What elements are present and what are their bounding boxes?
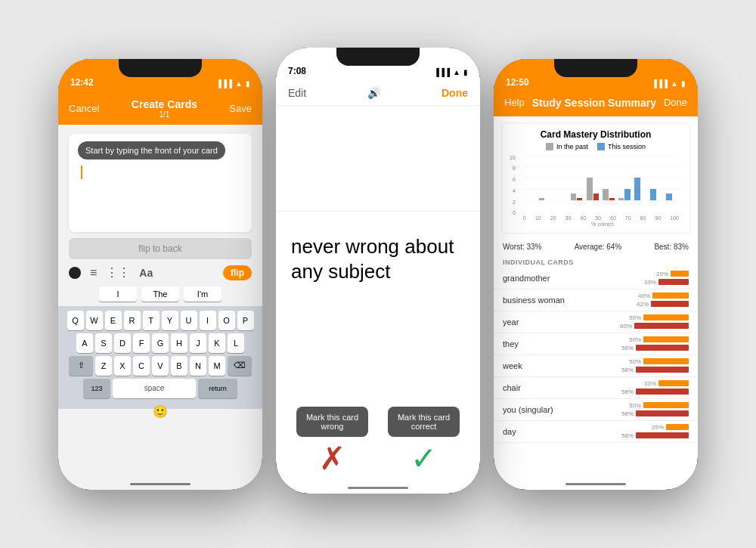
phone-3-screen: 12:50 ▐▐▐ ▲ ▮ Help Study Session Summary… bbox=[494, 59, 698, 490]
nav-title-1: Create Cards 1/1 bbox=[132, 98, 197, 119]
suggestion-i[interactable]: I bbox=[99, 286, 137, 302]
key-o[interactable]: O bbox=[218, 311, 235, 330]
suggestion-im[interactable]: I'm bbox=[184, 286, 222, 302]
key-c[interactable]: C bbox=[133, 356, 150, 376]
card-bars: 25% 58% bbox=[615, 424, 689, 439]
center-icon[interactable]: ⋮⋮ bbox=[106, 265, 130, 280]
chart-container: Card Mastery Distribution In the past Th… bbox=[501, 122, 690, 234]
font-size-icon[interactable]: Aa bbox=[139, 267, 153, 279]
key-v[interactable]: V bbox=[152, 356, 169, 376]
list-item: day 25% 58% bbox=[494, 421, 698, 443]
notch-1 bbox=[119, 59, 202, 77]
list-item: you (singular) 50% 58% bbox=[494, 399, 698, 421]
bar-row-2: 60% bbox=[614, 323, 689, 330]
suggestion-the[interactable]: The bbox=[141, 286, 179, 302]
key-m[interactable]: M bbox=[209, 356, 225, 376]
key-p[interactable]: P bbox=[237, 311, 254, 330]
key-f[interactable]: F bbox=[133, 333, 150, 353]
signal-icon: ▐▐▐ bbox=[216, 79, 232, 88]
mark-wrong-button[interactable]: Mark this card wrong bbox=[296, 407, 368, 437]
individual-cards-label: INDIVIDUAL CARDS bbox=[494, 255, 698, 268]
key-x[interactable]: X bbox=[114, 356, 131, 376]
cancel-button[interactable]: Cancel bbox=[69, 103, 99, 114]
key-space[interactable]: space bbox=[113, 379, 196, 398]
key-z[interactable]: Z bbox=[95, 356, 112, 376]
card-area: Start by typing the front of your card f… bbox=[58, 125, 262, 490]
key-123[interactable]: 123 bbox=[83, 379, 110, 398]
x-50: 50 bbox=[595, 215, 601, 221]
key-i[interactable]: I bbox=[200, 311, 216, 330]
key-return[interactable]: return bbox=[198, 379, 237, 398]
phone-2: 7:08 ▐▐▐ ▲ ▮ Edit 🔊 Done never wrong abo… bbox=[276, 48, 480, 494]
bar-row-2: 58% bbox=[615, 367, 689, 373]
key-b[interactable]: B bbox=[171, 356, 187, 376]
key-t[interactable]: T bbox=[143, 311, 160, 330]
list-item: grandmother 20% 33% bbox=[494, 268, 698, 289]
create-cards-title: Create Cards bbox=[132, 98, 197, 110]
bullet-icon[interactable] bbox=[69, 267, 81, 279]
worst-stat: Worst: 33% bbox=[503, 243, 542, 251]
x-0: 0 bbox=[523, 215, 526, 221]
correct-icon: ✓ bbox=[411, 437, 437, 485]
card-bars: 40% 42% bbox=[631, 293, 689, 308]
key-n[interactable]: N bbox=[190, 356, 206, 376]
card-back-area[interactable] bbox=[276, 106, 480, 212]
svg-rect-9 bbox=[587, 178, 593, 200]
card-bars: 50% 58% bbox=[615, 336, 689, 351]
x-40: 40 bbox=[580, 215, 586, 221]
key-backspace[interactable]: ⌫ bbox=[228, 356, 252, 376]
bar-row-2: 42% bbox=[631, 301, 689, 308]
key-h[interactable]: H bbox=[171, 333, 187, 353]
card-count: 1/1 bbox=[132, 110, 197, 119]
signal-icon-2: ▐▐▐ bbox=[434, 68, 450, 76]
key-g[interactable]: G bbox=[152, 333, 169, 353]
card-word: you (singular) bbox=[503, 405, 593, 414]
keyboard-row-3: ⇧ Z X C V B N M ⌫ bbox=[61, 356, 259, 376]
flip-to-back-btn[interactable]: flip to back bbox=[69, 238, 252, 259]
key-shift[interactable]: ⇧ bbox=[69, 356, 93, 376]
flip-button[interactable]: flip bbox=[223, 265, 252, 280]
key-l[interactable]: L bbox=[228, 333, 244, 353]
key-a[interactable]: A bbox=[76, 333, 93, 353]
chart-legend: In the past This session bbox=[510, 143, 682, 150]
chart-area: 10 8 6 4 2 0 bbox=[510, 155, 682, 227]
key-u[interactable]: U bbox=[181, 311, 197, 330]
status-icons-3: ▐▐▐ ▲ ▮ bbox=[652, 79, 686, 88]
align-icon[interactable]: ≡ bbox=[90, 266, 97, 280]
speaker-icon[interactable]: 🔊 bbox=[367, 87, 380, 99]
x-80: 80 bbox=[640, 215, 646, 221]
time-2: 7:08 bbox=[288, 66, 306, 76]
key-e[interactable]: E bbox=[105, 311, 122, 330]
key-y[interactable]: Y bbox=[162, 311, 178, 330]
mark-wrong-col: Mark this card wrong ✗ bbox=[296, 407, 368, 485]
formatting-toolbar: ≡ ⋮⋮ Aa flip bbox=[58, 259, 262, 286]
key-s[interactable]: S bbox=[95, 333, 112, 353]
phones-container: 12:42 ▐▐▐ ▲ ▮ Cancel Create Cards 1/1 Sa… bbox=[58, 55, 698, 494]
card-word: day bbox=[503, 427, 593, 436]
key-d[interactable]: D bbox=[114, 333, 131, 353]
wrong-icon: ✗ bbox=[319, 437, 345, 485]
mark-area: Mark this card wrong ✗ Mark this card co… bbox=[276, 407, 480, 494]
key-q[interactable]: Q bbox=[67, 311, 84, 330]
help-button[interactable]: Help bbox=[504, 97, 525, 108]
card-bars: 50% 58% bbox=[615, 358, 689, 373]
edit-button[interactable]: Edit bbox=[288, 87, 306, 99]
bar-row-1: 20% bbox=[650, 271, 689, 277]
key-w[interactable]: W bbox=[86, 311, 103, 330]
p3-done-button[interactable]: Done bbox=[664, 97, 687, 108]
list-item: they 50% 58% bbox=[494, 333, 698, 355]
key-r[interactable]: R bbox=[124, 311, 141, 330]
card-front[interactable]: Start by typing the front of your card bbox=[69, 134, 252, 232]
card-word: chair bbox=[503, 383, 593, 392]
keyboard: Q W E R T Y U I O P A S D bbox=[58, 306, 262, 409]
mark-correct-col: Mark this card correct ✓ bbox=[388, 407, 460, 485]
x-60: 60 bbox=[610, 215, 616, 221]
status-icons-2: ▐▐▐ ▲ ▮ bbox=[434, 68, 468, 76]
done-button[interactable]: Done bbox=[442, 87, 468, 99]
chart-title: Card Mastery Distribution bbox=[510, 129, 682, 140]
mark-correct-button[interactable]: Mark this card correct bbox=[388, 407, 460, 437]
save-button[interactable]: Save bbox=[229, 103, 252, 114]
key-k[interactable]: K bbox=[209, 333, 225, 353]
time-3: 12:50 bbox=[506, 77, 529, 88]
key-j[interactable]: J bbox=[190, 333, 206, 353]
